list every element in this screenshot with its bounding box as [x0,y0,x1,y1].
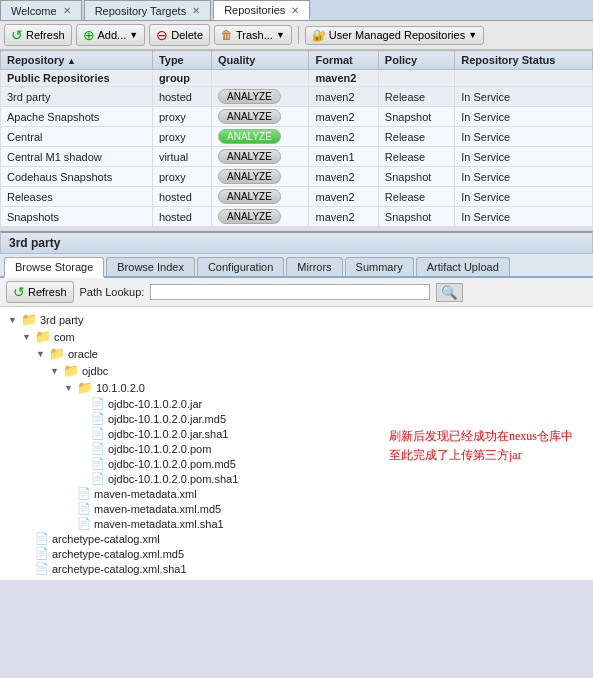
repo-policy-cell: Release [378,127,454,147]
tree-node-label: ojdbc-10.1.0.2.0.pom [108,443,211,455]
analyze-button[interactable]: ANALYZE [218,169,281,184]
sub-refresh-button[interactable]: ↺ Refresh [6,281,74,303]
table-row[interactable]: Public Repositoriesgroupmaven2 [1,70,593,87]
sub-tab-browse-storage[interactable]: Browse Storage [4,257,104,278]
list-item[interactable]: 📄ojdbc-10.1.0.2.0.jar.md5 [8,411,585,426]
analyze-button[interactable]: ANALYZE [218,149,281,164]
sub-tab-configuration[interactable]: Configuration [197,257,284,276]
repo-name-cell: Central M1 shadow [1,147,153,167]
list-item[interactable]: 📄maven-metadata.xml.sha1 [8,516,585,531]
repo-quality-cell[interactable]: ANALYZE [212,207,309,227]
delete-icon: ⊖ [156,27,168,43]
repo-status-cell: In Service [455,207,593,227]
table-row[interactable]: Codehaus SnapshotsproxyANALYZEmaven2Snap… [1,167,593,187]
list-item[interactable]: ▼📁com [8,328,585,345]
repo-type-cell: proxy [152,167,211,187]
table-row[interactable]: CentralproxyANALYZEmaven2ReleaseIn Servi… [1,127,593,147]
list-item[interactable]: 📄ojdbc-10.1.0.2.0.pom.sha1 [8,471,585,486]
table-row[interactable]: Central M1 shadowvirtualANALYZEmaven1Rel… [1,147,593,167]
collapse-icon[interactable]: ▼ [64,383,74,393]
repo-policy-cell: Snapshot [378,207,454,227]
list-item[interactable]: ▼📁3rd party [8,311,585,328]
table-row[interactable]: SnapshotshostedANALYZEmaven2SnapshotIn S… [1,207,593,227]
list-item[interactable]: ▼📁10.1.0.2.0 [8,379,585,396]
repo-type-cell: proxy [152,107,211,127]
repo-quality-cell[interactable]: ANALYZE [212,87,309,107]
close-repo-targets-tab[interactable]: ✕ [192,5,200,16]
collapse-icon[interactable]: ▼ [36,349,46,359]
section-header-3rdparty: 3rd party [0,231,593,254]
repo-name-cell: 3rd party [1,87,153,107]
repo-quality-cell[interactable]: ANALYZE [212,187,309,207]
repo-quality-cell[interactable]: ANALYZE [212,107,309,127]
list-item[interactable]: 📄archetype-catalog.xml.md5 [8,546,585,561]
trash-dropdown-arrow: ▼ [276,30,285,40]
table-row[interactable]: ReleaseshostedANALYZEmaven2ReleaseIn Ser… [1,187,593,207]
delete-button[interactable]: ⊖ Delete [149,24,210,46]
path-search-button[interactable]: 🔍 [436,283,463,302]
collapse-icon[interactable]: ▼ [8,315,18,325]
repo-name-cell: Snapshots [1,207,153,227]
repository-table: Repository Type Quality Format Policy Re… [0,50,593,227]
top-tab-bar: Welcome ✕ Repository Targets ✕ Repositor… [0,0,593,21]
tab-welcome[interactable]: Welcome ✕ [0,0,82,20]
add-dropdown-arrow: ▼ [129,30,138,40]
folder-icon: 📁 [63,363,79,378]
sub-tab-summary[interactable]: Summary [345,257,414,276]
annotation-text: 刷新后发现已经成功在nexus仓库中 至此完成了上传第三方jar [389,427,573,465]
add-icon: ⊕ [83,27,95,43]
collapse-icon[interactable]: ▼ [50,366,60,376]
col-status: Repository Status [455,51,593,70]
repo-status-cell: In Service [455,167,593,187]
repo-quality-cell[interactable]: ANALYZE [212,167,309,187]
file-icon: 📄 [35,532,49,545]
repo-policy-cell: Release [378,147,454,167]
close-welcome-tab[interactable]: ✕ [63,5,71,16]
add-button[interactable]: ⊕ Add... ▼ [76,24,146,46]
list-item[interactable]: ▼📁ojdbc [8,362,585,379]
tree-node-label: maven-metadata.xml.sha1 [94,518,224,530]
tab-repositories[interactable]: Repositories ✕ [213,0,310,20]
close-repositories-tab[interactable]: ✕ [291,5,299,16]
sub-tab-artifact-upload[interactable]: Artifact Upload [416,257,510,276]
list-item[interactable]: 📄archetype-catalog.xml [8,531,585,546]
repo-status-cell: In Service [455,127,593,147]
list-item[interactable]: 📄archetype-catalog.xml.sha1 [8,561,585,576]
list-item[interactable]: ▼📁oracle [8,345,585,362]
col-type: Type [152,51,211,70]
repo-type-cell: hosted [152,207,211,227]
tree-node-label: com [54,331,75,343]
sub-refresh-icon: ↺ [13,284,25,300]
tree-node-label: ojdbc-10.1.0.2.0.pom.sha1 [108,473,238,485]
analyze-button[interactable]: ANALYZE [218,189,281,204]
file-icon: 📄 [91,397,105,410]
sub-tab-bar: Browse Storage Browse Index Configuratio… [0,254,593,278]
tree-node-label: archetype-catalog.xml.sha1 [52,563,187,575]
repo-format-cell: maven2 [309,167,378,187]
table-row[interactable]: 3rd partyhostedANALYZEmaven2ReleaseIn Se… [1,87,593,107]
analyze-button[interactable]: ANALYZE [218,209,281,224]
collapse-icon[interactable]: ▼ [22,332,32,342]
file-icon: 📄 [91,412,105,425]
repo-quality-cell[interactable]: ANALYZE [212,147,309,167]
list-item[interactable]: 📄ojdbc-10.1.0.2.0.jar [8,396,585,411]
path-lookup-input[interactable] [150,284,430,300]
tab-repository-targets[interactable]: Repository Targets ✕ [84,0,212,20]
file-icon: 📄 [91,457,105,470]
folder-icon: 📁 [21,312,37,327]
analyze-button[interactable]: ANALYZE [218,129,281,144]
repo-quality-cell[interactable]: ANALYZE [212,127,309,147]
folder-icon: 📁 [35,329,51,344]
analyze-button[interactable]: ANALYZE [218,89,281,104]
col-policy: Policy [378,51,454,70]
sub-tab-mirrors[interactable]: Mirrors [286,257,342,276]
analyze-button[interactable]: ANALYZE [218,109,281,124]
user-managed-repos-button[interactable]: 🔐 User Managed Repositories ▼ [305,26,484,45]
table-row[interactable]: Apache SnapshotsproxyANALYZEmaven2Snapsh… [1,107,593,127]
list-item[interactable]: 📄maven-metadata.xml.md5 [8,501,585,516]
list-item[interactable]: 📄maven-metadata.xml [8,486,585,501]
trash-button[interactable]: 🗑 Trash... ▼ [214,25,292,45]
col-repository[interactable]: Repository [1,51,153,70]
refresh-button[interactable]: ↺ Refresh [4,24,72,46]
sub-tab-browse-index[interactable]: Browse Index [106,257,195,276]
